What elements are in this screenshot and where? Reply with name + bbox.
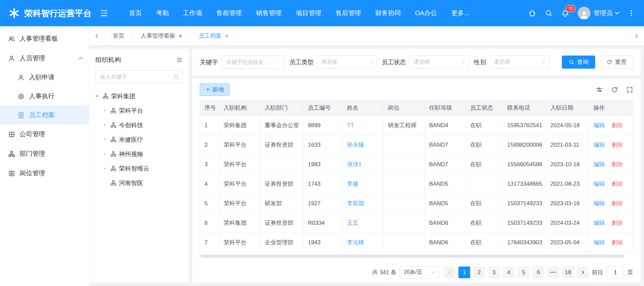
refresh-icon[interactable] — [611, 86, 618, 93]
employee-row: 2 荣科平台 证券投资部 1633 孙永臻 BAND7 在职 — [200, 135, 633, 155]
edit-link[interactable]: 编辑 — [593, 161, 605, 168]
edit-link[interactable]: 编辑 — [593, 122, 605, 129]
tab-employee-files[interactable]: 员工档案 × — [191, 26, 237, 45]
cell-name: TT — [343, 116, 384, 135]
close-icon[interactable]: × — [225, 33, 229, 39]
tab-scroll-right-button[interactable]: › — [629, 26, 644, 45]
employee-name-link[interactable]: 李健 — [347, 181, 358, 187]
tree-node[interactable]: 荣科智维云 — [89, 161, 189, 176]
reset-button[interactable]: 重置 — [600, 56, 633, 69]
pagination: 共 341 条 20条/页 ‹ 1 2 3 4 5 6 ••• 18 — [200, 263, 633, 279]
chevron-down-icon — [461, 60, 465, 63]
employee-name-link[interactable]: 张强1 — [347, 161, 361, 168]
column-settings-icon[interactable] — [596, 86, 603, 93]
menu-fold-icon[interactable] — [100, 9, 108, 17]
tree-node[interactable]: 神州视翰 — [89, 147, 189, 161]
next-page-button[interactable]: › — [577, 266, 589, 278]
tree-node[interactable]: 今创科技 — [89, 118, 189, 132]
tree-node-root[interactable]: 荣科集团 — [89, 89, 189, 103]
nav-item[interactable]: 考勤 — [149, 0, 176, 26]
sidebar-item-employee-files[interactable]: 员工档案 — [0, 106, 89, 124]
org-search-input[interactable] — [95, 70, 183, 83]
tree-node[interactable]: 米健医疗 — [89, 132, 189, 147]
sidebar-item-position-management[interactable]: 岗位管理 — [0, 164, 89, 183]
employee-name-link[interactable]: 王五 — [347, 220, 358, 226]
panel-menu-icon[interactable] — [176, 57, 183, 63]
employee-status-select[interactable]: 请选择 — [409, 56, 469, 69]
sidebar-item-personnel-management[interactable]: 人员管理 — [0, 48, 89, 68]
employee-name-link[interactable]: 李双园 — [347, 200, 364, 207]
nav-item[interactable]: 首页 — [122, 0, 149, 26]
tab-home[interactable]: 首页 — [105, 26, 133, 45]
goto-page-input[interactable] — [607, 266, 624, 279]
page-size-select[interactable]: 20条/页 — [399, 266, 439, 279]
search-icon[interactable] — [545, 9, 553, 17]
page-button-1[interactable]: 1 — [458, 266, 470, 278]
tree-node[interactable]: 荣科平台 — [89, 103, 189, 118]
edit-link[interactable]: 编辑 — [593, 142, 605, 148]
delete-link[interactable]: 删除 — [612, 181, 623, 187]
prev-page-button[interactable]: ‹ — [444, 266, 455, 278]
bell-icon[interactable]: 70 — [561, 9, 569, 17]
delete-link[interactable]: 删除 — [612, 200, 623, 207]
home-icon[interactable] — [528, 9, 536, 17]
kebab-menu-icon[interactable] — [627, 9, 635, 17]
employee-name-link[interactable]: 李泓模 — [347, 239, 364, 246]
chevron-down-icon — [431, 270, 435, 274]
sidebar-item-hr-execution[interactable]: 人事执行 — [0, 87, 89, 106]
employee-name-link[interactable]: TT — [347, 122, 354, 129]
sidebar-item-onboarding-application[interactable]: 入职申请 — [0, 68, 89, 87]
delete-link[interactable]: 删除 — [612, 142, 623, 148]
tab-label: 人事管理看板 — [141, 32, 175, 40]
delete-link[interactable]: 删除 — [612, 161, 623, 168]
caret-right-icon[interactable] — [102, 166, 108, 171]
page-button-4[interactable]: 4 — [503, 266, 515, 278]
tree-node[interactable]: 河南智医 — [89, 176, 189, 190]
page-button-2[interactable]: 2 — [473, 266, 485, 278]
nav-item[interactable]: 售前管理 — [209, 0, 249, 26]
fullscreen-icon[interactable] — [626, 86, 633, 93]
keyword-input[interactable] — [221, 56, 285, 69]
add-button[interactable]: + 新增 — [200, 83, 230, 96]
nav-item[interactable]: 售后管理 — [328, 0, 368, 26]
employee-type-select[interactable]: 请选择 — [317, 56, 377, 69]
cell-org: 荣科集团 — [219, 116, 260, 135]
employee-name-link[interactable]: 孙永臻 — [347, 142, 364, 148]
caret-right-icon[interactable] — [102, 108, 108, 113]
scrollbar-thumb[interactable] — [200, 254, 624, 258]
cell-name: 王五 — [343, 213, 384, 233]
delete-link[interactable]: 删除 — [612, 122, 623, 129]
nav-item[interactable]: 财务协同 — [368, 0, 408, 26]
gender-select[interactable]: 请选择 — [489, 56, 549, 69]
tab-hr-dashboard[interactable]: 人事管理看板 × — [133, 26, 191, 45]
caret-right-icon[interactable] — [102, 123, 108, 127]
horizontal-scrollbar[interactable] — [200, 254, 633, 258]
delete-link[interactable]: 删除 — [612, 220, 623, 226]
delete-link[interactable]: 删除 — [612, 239, 623, 246]
nav-item[interactable]: 销售管理 — [249, 0, 289, 26]
page-button-3[interactable]: 3 — [488, 266, 500, 278]
search-button[interactable]: 查询 — [562, 56, 595, 69]
page-button-18[interactable]: 18 — [562, 266, 574, 278]
sidebar-item-company-management[interactable]: 公司管理 — [0, 124, 89, 144]
edit-link[interactable]: 编辑 — [593, 200, 605, 207]
cell-emp-no: 1743 — [303, 174, 343, 194]
nav-item[interactable]: 工作项 — [176, 0, 209, 26]
caret-right-icon[interactable] — [102, 152, 108, 156]
page-button-6[interactable]: 6 — [533, 266, 544, 278]
nav-item[interactable]: OA办公 — [408, 0, 444, 26]
edit-link[interactable]: 编辑 — [593, 239, 605, 246]
page-button-5[interactable]: 5 — [518, 266, 529, 278]
user-menu[interactable]: 管理员 — [578, 7, 619, 20]
tab-scroll-left-button[interactable]: ‹ — [89, 26, 105, 45]
edit-link[interactable]: 编辑 — [593, 181, 605, 187]
nav-item[interactable]: 项目管理 — [289, 0, 328, 26]
page-ellipsis-button[interactable]: ••• — [547, 266, 559, 278]
nav-item[interactable]: 更多... — [444, 0, 476, 26]
caret-down-icon[interactable] — [94, 94, 100, 98]
sidebar-item-department-management[interactable]: 部门管理 — [0, 144, 89, 164]
close-icon[interactable]: × — [179, 33, 182, 39]
sidebar-item-hr-dashboard[interactable]: 人事管理看板 — [0, 29, 89, 48]
caret-right-icon[interactable] — [102, 137, 108, 142]
edit-link[interactable]: 编辑 — [593, 220, 605, 226]
